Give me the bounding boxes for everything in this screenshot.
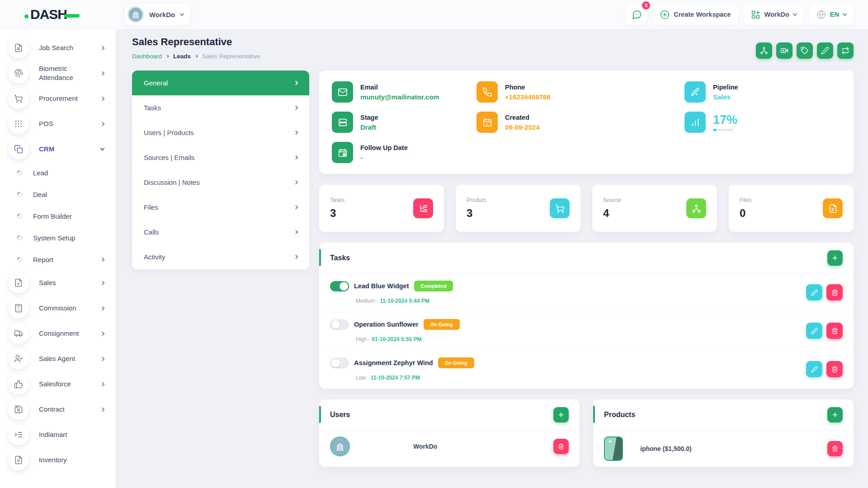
chevron-right-icon [100,331,105,336]
tasks-panel-title: Tasks [330,254,350,262]
status-badge: On Going [424,319,460,330]
sidebar-item-sales-agent[interactable]: Sales Agent [0,346,116,371]
breadcrumb-current: Sales Representative [202,53,260,60]
sidebar-subitem-system-setup[interactable]: System Setup [0,227,116,249]
remove-product-button[interactable] [827,441,843,456]
add-product-button[interactable] [827,407,843,422]
sidebar-subitem-form-builder[interactable]: Form Builder [0,205,116,227]
sidebar-subitem-report[interactable]: Report [0,249,116,270]
remove-user-button[interactable] [553,439,569,454]
tab-sources-emails[interactable]: Sources | Emails [132,145,309,170]
chevron-right-icon [294,81,298,85]
sidebar-item-consignment[interactable]: Consignment [0,321,116,346]
logo-dot-icon [24,14,28,19]
edit-lead-button[interactable] [817,42,833,59]
circle-bullet-icon [16,234,24,241]
sidebar-item-contract[interactable]: Contract [0,397,116,422]
chevron-down-icon [793,12,797,16]
task-toggle[interactable] [330,281,349,291]
sidebar-item-salesforce[interactable]: Salesforce [0,371,116,397]
trash-icon [558,443,564,450]
add-user-button[interactable] [553,407,569,422]
user-row: WorkDo [319,431,580,462]
app-logo[interactable]: DASH [24,7,80,22]
task-toggle[interactable] [330,319,349,330]
language-selector[interactable]: EN [809,4,854,25]
users-panel: Users WorkDo [319,399,580,467]
info-progress: 17% [684,112,841,133]
network-icon [686,198,706,218]
tab-activity[interactable]: Activity [132,244,309,269]
tab-general[interactable]: General [132,70,309,95]
pipeline-value: Sales [713,93,738,101]
stat-card-tasks: Tasks3 [319,185,444,232]
delete-task-button[interactable] [826,284,843,300]
created-value: 09-09-2024 [505,123,540,131]
tab-discussion-notes[interactable]: Discussion | Notes [132,170,309,195]
label-button[interactable] [797,42,813,59]
tab-files[interactable]: Files [132,195,309,220]
convert-button[interactable] [837,42,854,59]
create-workspace-button[interactable]: Create Workspace [653,4,738,25]
circle-bullet-icon [16,212,24,220]
breadcrumb-leads[interactable]: Leads [173,53,191,60]
sidebar-subitem-deal[interactable]: Deal [0,183,116,205]
sidebar-item-pos[interactable]: POS [0,111,116,136]
progress-percent: 17% [713,114,737,126]
video-call-button[interactable] [776,42,793,59]
sidebar-item-inventory[interactable]: Inventory [0,447,116,473]
edit-task-button[interactable] [806,323,822,339]
stats-row: Tasks3 Product3 Source4 Files0 [319,185,854,232]
lead-section-menu: General Tasks Users | Products Sources |… [132,70,309,269]
sidebar-item-indiamart[interactable]: Indiamart [0,422,116,447]
workspace-selector[interactable]: WorkDo [124,3,191,26]
stat-card-source: Source4 [592,185,717,232]
task-row: Assignment Zephyr Wind On Going Low - 11… [319,351,854,389]
edit-task-button[interactable] [806,361,822,377]
tab-tasks[interactable]: Tasks [132,95,309,120]
sitemap-icon [760,47,768,55]
edit-task-button[interactable] [806,284,822,300]
calendar-clock-icon [332,142,353,163]
sidebar-item-biometric-attendance[interactable]: Biometric Attendance [0,61,116,86]
workspace-dropdown[interactable]: WorkDo [744,4,804,25]
chevron-right-icon [100,306,105,310]
chevron-down-icon [843,12,847,16]
file-text-icon [8,450,29,470]
delete-task-button[interactable] [826,323,843,339]
sidebar-subitem-lead[interactable]: Lead [0,162,116,183]
chevron-right-icon [100,96,105,101]
page-title: Sales Representative [132,36,260,48]
tab-calls[interactable]: Calls [132,220,309,244]
workspace-name: WorkDo [149,11,175,19]
truck-icon [8,323,29,344]
logo-text: DASH [30,7,67,22]
stage-server-icon [332,112,353,133]
tag-icon [801,47,809,55]
stat-card-files: Files0 [729,185,854,232]
sidebar-item-sales[interactable]: Sales [0,270,116,296]
trash-icon [831,366,838,373]
tab-users-products[interactable]: Users | Products [132,120,309,145]
info-phone: Phone+16239488788 [476,81,684,103]
messages-button[interactable]: 0 [626,4,647,25]
list-tree-icon [413,198,433,218]
sidebar-item-commission[interactable]: Commission [0,296,116,321]
delete-task-button[interactable] [826,361,843,377]
product-image [604,436,623,461]
breadcrumb-dashboard[interactable]: Dashboard [132,53,162,60]
sidebar-item-crm[interactable]: CRM [0,136,116,162]
chevron-right-icon [294,205,298,210]
chevron-down-icon [100,146,105,151]
user-avatar [330,436,350,456]
info-created: Created09-09-2024 [476,112,684,133]
sidebar-item-procurement[interactable]: Procurement [0,86,116,111]
sitemap-button[interactable] [756,42,772,59]
sidebar-item-job-search[interactable]: Job Search [0,35,116,61]
task-toggle[interactable] [330,358,349,368]
add-task-button[interactable] [827,250,843,266]
circle-bullet-icon [16,256,24,263]
chevron-right-icon [294,255,298,259]
chevron-right-icon [294,230,298,235]
trash-icon [831,328,838,334]
